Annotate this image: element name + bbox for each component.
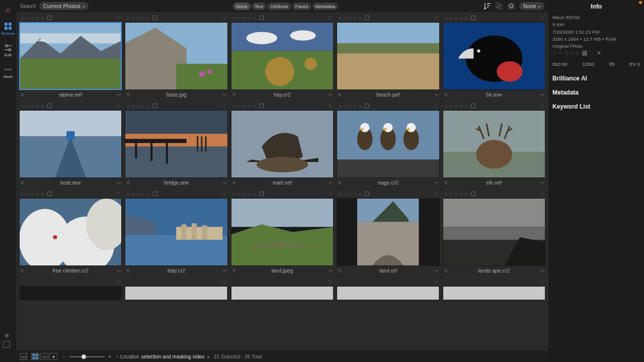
sync-icon[interactable]: ↯ bbox=[232, 92, 236, 98]
sync-icon[interactable]: ↯ bbox=[444, 268, 448, 274]
sync-icon[interactable]: ↯ bbox=[126, 180, 130, 186]
sync-icon[interactable]: ↯ bbox=[338, 180, 342, 186]
return-icon[interactable]: ↩ bbox=[540, 180, 544, 186]
info-rating[interactable]: ☆☆☆☆☆ ♡ ✕ bbox=[552, 50, 640, 56]
sync-icon[interactable]: ↯ bbox=[126, 92, 130, 98]
flag-box[interactable] bbox=[153, 16, 157, 20]
rating-stars[interactable]: ☆☆☆☆☆ bbox=[126, 103, 157, 109]
rating-stars[interactable]: ☆☆☆☆☆ bbox=[232, 15, 264, 21]
heart-icon[interactable]: ♡ bbox=[222, 15, 227, 22]
return-icon[interactable]: ↩ bbox=[329, 180, 333, 186]
heart-icon[interactable]: ♡ bbox=[434, 191, 439, 198]
section-keywords[interactable]: Keyword List bbox=[552, 98, 640, 112]
photo-thumbnail[interactable] bbox=[231, 110, 334, 178]
filter-faces[interactable]: Faces bbox=[292, 3, 311, 10]
rating-stars[interactable]: ☆☆☆☆☆ bbox=[444, 191, 475, 197]
flag-box[interactable] bbox=[259, 104, 264, 108]
rating-stars[interactable]: ☆☆☆☆☆ bbox=[232, 103, 264, 109]
photo-thumbnail[interactable] bbox=[231, 22, 334, 90]
location-breadcrumb[interactable]: ‹ Location selection and masking video bbox=[117, 354, 210, 359]
heart-icon[interactable]: ♡ bbox=[116, 191, 121, 198]
view-grid[interactable] bbox=[31, 353, 39, 360]
heart-icon[interactable]: ♡ bbox=[434, 103, 439, 110]
heart-icon[interactable]: ♡ bbox=[328, 103, 333, 110]
photo-thumbnail[interactable] bbox=[443, 198, 545, 266]
search-scope-dropdown[interactable]: Current Photos bbox=[39, 2, 89, 10]
flag-box[interactable] bbox=[259, 16, 264, 20]
flag-box[interactable] bbox=[365, 192, 369, 196]
heart-icon[interactable]: ♡ bbox=[539, 191, 544, 198]
rating-stars[interactable]: ☆☆☆☆☆ bbox=[232, 191, 264, 197]
rating-stars[interactable]: ☆☆☆☆☆ bbox=[444, 103, 475, 109]
view-dropdown[interactable]: ▾ bbox=[49, 353, 57, 360]
flag-box[interactable] bbox=[153, 192, 157, 196]
return-icon[interactable]: ↩ bbox=[223, 268, 227, 274]
return-icon[interactable]: ↩ bbox=[329, 268, 333, 274]
photo-thumbnail[interactable] bbox=[19, 22, 122, 90]
flag-box[interactable] bbox=[471, 192, 475, 196]
section-brilliance[interactable]: Brilliance AI bbox=[552, 70, 640, 84]
import-folder-icon[interactable] bbox=[3, 341, 10, 348]
photo-thumbnail[interactable] bbox=[443, 286, 545, 300]
sync-icon[interactable]: ↯ bbox=[338, 92, 342, 98]
close-icon[interactable]: ✕ bbox=[597, 50, 602, 56]
photo-thumbnail[interactable] bbox=[125, 22, 227, 90]
sync-icon[interactable]: ↯ bbox=[126, 268, 130, 274]
more-tab[interactable]: More bbox=[0, 63, 16, 81]
view-list[interactable]: ▭ bbox=[40, 353, 48, 360]
return-icon[interactable]: ↩ bbox=[223, 180, 227, 186]
heart-icon[interactable]: ♡ bbox=[539, 15, 544, 22]
heart-icon[interactable]: ♡ bbox=[116, 103, 121, 110]
rating-stars[interactable]: ☆☆☆☆☆ bbox=[20, 103, 52, 109]
sync-icon[interactable]: ↯ bbox=[338, 268, 342, 274]
sync-icon[interactable]: ↯ bbox=[232, 180, 236, 186]
heart-icon[interactable]: ♡ bbox=[222, 279, 227, 286]
heart-icon[interactable]: ♡ bbox=[328, 191, 333, 198]
photo-thumbnail[interactable] bbox=[231, 198, 334, 266]
zoom-in[interactable]: + bbox=[108, 354, 113, 359]
brightness-icon[interactable] bbox=[507, 2, 515, 10]
return-icon[interactable]: ↩ bbox=[435, 268, 439, 274]
photo-thumbnail[interactable] bbox=[337, 22, 439, 90]
flag-box[interactable] bbox=[365, 16, 369, 20]
heart-icon[interactable]: ♡ bbox=[328, 279, 333, 286]
flag-box[interactable] bbox=[471, 16, 475, 20]
filter-attribute[interactable]: Attribute bbox=[267, 3, 291, 10]
edit-tab[interactable]: Edit bbox=[0, 42, 16, 59]
return-icon[interactable]: ↩ bbox=[435, 92, 439, 98]
return-icon[interactable]: ↩ bbox=[117, 268, 121, 274]
app-icon[interactable]: ◎ bbox=[0, 4, 16, 16]
return-icon[interactable]: ↩ bbox=[223, 92, 227, 98]
sync-icon[interactable]: ↯ bbox=[232, 268, 236, 274]
return-icon[interactable]: ↩ bbox=[435, 180, 439, 186]
flag-box[interactable] bbox=[365, 104, 369, 108]
zoom-slider[interactable] bbox=[69, 356, 105, 357]
rating-stars[interactable]: ☆☆☆☆☆ bbox=[338, 15, 369, 21]
flag-box[interactable] bbox=[47, 104, 52, 108]
heart-icon[interactable]: ♡ bbox=[539, 279, 544, 286]
sync-icon[interactable]: ↯ bbox=[20, 268, 24, 274]
sync-icon[interactable]: ↯ bbox=[444, 180, 448, 186]
photo-thumbnail[interactable] bbox=[443, 22, 545, 90]
return-icon[interactable]: ↩ bbox=[329, 92, 333, 98]
sync-icon[interactable]: ↯ bbox=[20, 180, 24, 186]
photo-thumbnail[interactable] bbox=[337, 286, 439, 300]
filter-metadata[interactable]: Metadata bbox=[312, 3, 339, 10]
rating-stars[interactable]: ☆☆☆☆☆ bbox=[20, 191, 52, 197]
heart-icon[interactable]: ♡ bbox=[116, 15, 121, 22]
flag-box[interactable] bbox=[259, 192, 264, 196]
rating-stars[interactable]: ☆☆☆☆☆ bbox=[338, 103, 369, 109]
photo-thumbnail[interactable] bbox=[19, 286, 122, 300]
photo-thumbnail[interactable] bbox=[337, 110, 439, 178]
flag-box[interactable] bbox=[153, 104, 157, 108]
rating-stars[interactable]: ☆☆☆☆☆ bbox=[126, 191, 157, 197]
photo-thumbnail[interactable] bbox=[125, 198, 227, 266]
heart-icon[interactable]: ♡ bbox=[222, 191, 227, 198]
heart-icon[interactable]: ♡ bbox=[589, 50, 595, 56]
heart-icon[interactable]: ♡ bbox=[434, 15, 439, 22]
heart-icon[interactable]: ♡ bbox=[222, 103, 227, 110]
photo-thumbnail[interactable] bbox=[125, 286, 227, 300]
photo-thumbnail[interactable] bbox=[19, 110, 122, 178]
sort-dropdown[interactable]: None bbox=[519, 2, 544, 10]
photo-thumbnail[interactable] bbox=[125, 110, 227, 178]
